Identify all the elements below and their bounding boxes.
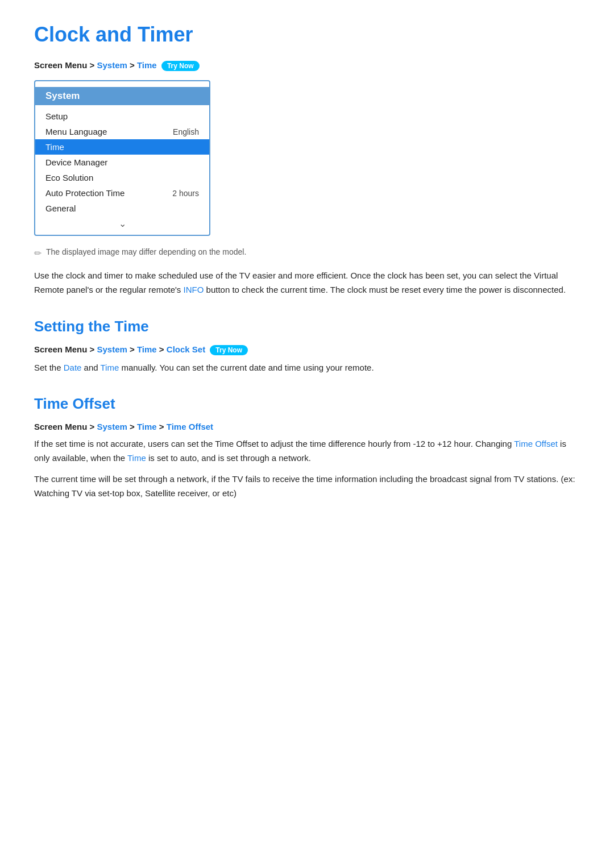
page-title: Clock and Timer bbox=[34, 23, 580, 47]
try-now-badge-top[interactable]: Try Now bbox=[161, 61, 200, 71]
info-link[interactable]: INFO bbox=[184, 285, 204, 294]
menu-item-auto-protection-label: Auto Protection Time bbox=[45, 188, 125, 198]
breadcrumb-sep1: > bbox=[127, 60, 137, 70]
menu-item-setup[interactable]: Setup bbox=[35, 109, 209, 124]
time-link-setting[interactable]: Time bbox=[100, 363, 119, 372]
setting-bc-time[interactable]: Time bbox=[137, 344, 157, 354]
note-text: The displayed image may differ depending… bbox=[46, 247, 246, 256]
offset-bc-prefix: Screen Menu > bbox=[34, 422, 97, 431]
setting-bc-prefix: Screen Menu > bbox=[34, 344, 97, 354]
breadcrumb-prefix: Screen Menu > bbox=[34, 60, 97, 70]
menu-item-device-manager[interactable]: Device Manager bbox=[35, 155, 209, 170]
menu-item-device-manager-label: Device Manager bbox=[45, 157, 107, 167]
menu-item-eco-solution-label: Eco Solution bbox=[45, 173, 93, 182]
offset-bc-time-offset[interactable]: Time Offset bbox=[167, 422, 213, 431]
breadcrumb-top: Screen Menu > System > Time Try Now bbox=[34, 60, 580, 71]
setting-bc-sep2: > bbox=[157, 344, 167, 354]
offset-bc-sep2: > bbox=[157, 422, 167, 431]
time-offset-link[interactable]: Time Offset bbox=[514, 439, 558, 448]
date-link[interactable]: Date bbox=[64, 363, 82, 372]
menu-item-general-label: General bbox=[45, 203, 76, 213]
offset-bc-system[interactable]: System bbox=[97, 422, 127, 431]
offset-body2: The current time will be set through a n… bbox=[34, 472, 580, 501]
setting-time-title: Setting the Time bbox=[34, 318, 580, 335]
pencil-icon: ✏ bbox=[34, 248, 42, 259]
menu-item-auto-protection-value: 2 hours bbox=[172, 189, 199, 198]
breadcrumb-time-link[interactable]: Time bbox=[137, 60, 157, 70]
setting-bc-system[interactable]: System bbox=[97, 344, 127, 354]
offset-bc-sep1: > bbox=[127, 422, 137, 431]
menu-item-auto-protection[interactable]: Auto Protection Time 2 hours bbox=[35, 185, 209, 201]
setting-bc-sep1: > bbox=[127, 344, 137, 354]
menu-item-time-label: Time bbox=[45, 142, 64, 152]
offset-bc-time[interactable]: Time bbox=[137, 422, 157, 431]
breadcrumb-system-link[interactable]: System bbox=[97, 60, 127, 70]
note-row: ✏ The displayed image may differ dependi… bbox=[34, 247, 580, 259]
offset-body1: If the set time is not accurate, users c… bbox=[34, 437, 580, 466]
menu-item-menu-language-value: English bbox=[173, 127, 199, 136]
menu-item-menu-language-label: Menu Language bbox=[45, 127, 107, 136]
setting-time-body: Set the Date and Time manually. You can … bbox=[34, 361, 580, 375]
menu-item-setup-label: Setup bbox=[45, 111, 68, 121]
setting-bc-clock-set[interactable]: Clock Set bbox=[167, 344, 205, 354]
menu-item-eco-solution[interactable]: Eco Solution bbox=[35, 170, 209, 185]
menu-item-general[interactable]: General bbox=[35, 201, 209, 216]
breadcrumb-time-offset: Screen Menu > System > Time > Time Offse… bbox=[34, 422, 580, 431]
menu-scroll-indicator: ⌄ bbox=[35, 216, 209, 230]
menu-item-time[interactable]: Time bbox=[35, 139, 209, 155]
menu-header: System bbox=[35, 87, 209, 105]
intro-text: Use the clock and timer to make schedule… bbox=[34, 269, 580, 297]
try-now-badge-setting[interactable]: Try Now bbox=[210, 345, 248, 355]
system-menu-box: System Setup Menu Language English Time … bbox=[34, 80, 210, 236]
time-offset-title: Time Offset bbox=[34, 395, 580, 413]
menu-item-menu-language[interactable]: Menu Language English bbox=[35, 124, 209, 139]
breadcrumb-setting-time: Screen Menu > System > Time > Clock Set … bbox=[34, 344, 580, 355]
time-link-offset[interactable]: Time bbox=[127, 453, 146, 463]
